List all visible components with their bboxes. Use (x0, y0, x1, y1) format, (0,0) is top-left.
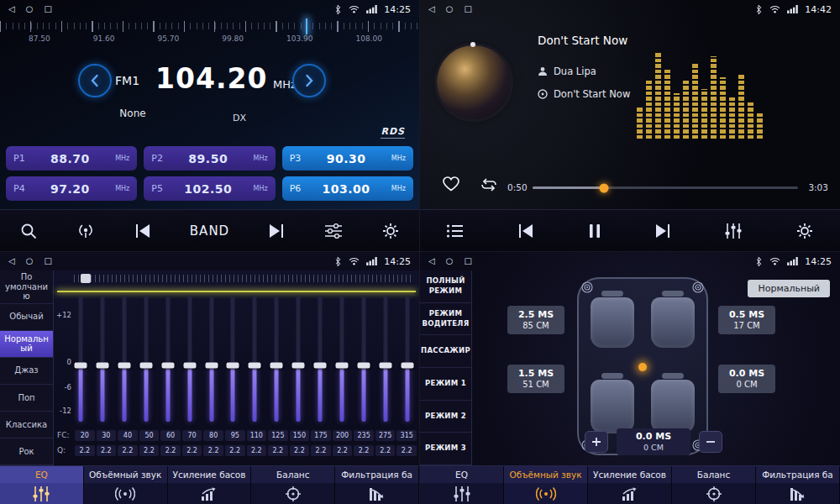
eq-slider-handle[interactable] (357, 362, 370, 368)
home-icon[interactable]: ○ (26, 5, 34, 13)
back-icon[interactable]: ◁ (8, 257, 15, 265)
distance-box-front-right[interactable]: 0.5 MS 17 CM (718, 306, 775, 334)
preset-p4-button[interactable]: P497.20MHz (6, 176, 137, 201)
eq-slider-handle[interactable] (75, 362, 87, 368)
recents-icon[interactable]: □ (44, 257, 51, 265)
listening-position-dot[interactable] (638, 363, 647, 371)
pause-button[interactable] (588, 223, 601, 239)
home-icon[interactable]: ○ (446, 5, 454, 13)
tab-filter[interactable]: Фильтрация ба (756, 466, 840, 504)
settings-button[interactable] (381, 222, 400, 240)
eq-slider-handle[interactable] (401, 362, 413, 368)
eq-band-slider[interactable] (291, 296, 305, 422)
distance-box-rear-right[interactable]: 0.0 MS 0 CM (718, 365, 775, 393)
rear-left-seat[interactable] (591, 380, 634, 433)
eq-band-slider[interactable] (401, 296, 414, 422)
eq-slider-handle[interactable] (118, 362, 130, 368)
tab-balance[interactable]: Баланс (672, 466, 756, 504)
recents-icon[interactable]: □ (464, 5, 471, 13)
tab-balance[interactable]: Баланс (251, 466, 335, 504)
surround-mode-item[interactable]: РЕЖИМ ВОДИТЕЛЯ (420, 303, 471, 336)
tab-bass-boost[interactable]: Усиление басов (588, 466, 672, 504)
settings-button[interactable] (795, 222, 814, 240)
preset-p2-button[interactable]: P289.50MHz (144, 146, 275, 171)
driver-seat[interactable] (591, 297, 634, 348)
eq-slider-handle[interactable] (205, 362, 218, 368)
eq-band-slider[interactable] (357, 296, 370, 422)
eq-band-slider[interactable] (183, 296, 197, 422)
preset-p6-button[interactable]: P6103.00MHz (282, 176, 413, 201)
progress-handle[interactable] (600, 183, 609, 192)
eq-slider-handle[interactable] (139, 362, 152, 368)
eq-slider-handle[interactable] (336, 362, 349, 368)
next-track-button[interactable] (654, 223, 672, 239)
eq-band-slider[interactable] (248, 296, 261, 422)
band-button[interactable]: BAND (190, 223, 229, 239)
home-icon[interactable]: ○ (26, 257, 34, 265)
surround-mode-item[interactable]: ПОЛНЫЙ РЕЖИМ (420, 270, 471, 303)
equalizer-button[interactable] (724, 223, 743, 239)
previous-track-button[interactable] (517, 223, 535, 239)
favorite-button[interactable] (442, 176, 460, 192)
eq-band-slider[interactable] (270, 296, 283, 422)
eq-slider-handle[interactable] (379, 362, 391, 368)
eq-slider-handle[interactable] (314, 362, 327, 368)
dsp-broadcast-button[interactable] (76, 222, 96, 240)
tab-surround-sound[interactable]: Объёмный звук (84, 466, 168, 504)
eq-preset-item[interactable]: Нормальный (0, 331, 53, 358)
eq-band-slider[interactable] (161, 296, 175, 422)
eq-slider-handle[interactable] (161, 362, 174, 368)
preset-p3-button[interactable]: P390.30MHz (282, 146, 413, 171)
audio-settings-button[interactable] (323, 223, 344, 239)
repeat-button[interactable] (479, 176, 499, 193)
playlist-button[interactable] (446, 223, 465, 239)
eq-scroll-ruler[interactable] (74, 275, 411, 282)
seek-down-button[interactable] (78, 64, 112, 97)
eq-preset-item[interactable]: Классика (0, 412, 53, 438)
surround-mode-item[interactable]: РЕЖИМ 1 (420, 368, 471, 401)
eq-band-slider[interactable] (226, 296, 239, 422)
eq-preset-item[interactable]: Поп (0, 385, 53, 412)
recents-icon[interactable]: □ (464, 257, 471, 265)
eq-scroll-handle[interactable] (81, 274, 91, 283)
eq-band-slider[interactable] (118, 296, 131, 422)
eq-band-slider[interactable] (313, 296, 327, 422)
progress-bar[interactable] (533, 186, 798, 189)
rear-right-seat[interactable] (651, 380, 695, 433)
passenger-seat[interactable] (651, 297, 695, 348)
eq-preset-item[interactable]: По умолчанию (0, 270, 53, 304)
eq-band-slider[interactable] (379, 296, 392, 422)
eq-preset-item[interactable]: Обычай (0, 304, 53, 331)
distance-box-rear-left[interactable]: 1.5 MS 51 CM (507, 365, 564, 393)
tab-eq-sliders[interactable]: EQ (0, 466, 84, 504)
eq-slider-handle[interactable] (249, 362, 261, 368)
eq-band-slider[interactable] (335, 296, 349, 422)
eq-preset-item[interactable]: Рок (0, 438, 53, 465)
tab-surround-sound[interactable]: Объёмный звук (504, 466, 588, 504)
increase-delay-button[interactable] (585, 431, 608, 453)
distance-box-front-left[interactable]: 2.5 MS 85 CM (507, 306, 564, 334)
tab-bass-boost[interactable]: Усиление басов (168, 466, 252, 504)
tab-filter[interactable]: Фильтрация ба (335, 466, 419, 504)
seek-up-button[interactable] (292, 64, 326, 97)
tab-eq-sliders[interactable]: EQ (420, 466, 504, 504)
preset-p1-button[interactable]: P188.70MHz (6, 146, 137, 171)
surround-mode-item[interactable]: РЕЖИМ 3 (420, 433, 471, 465)
sound-preset-button[interactable]: Нормальный (748, 280, 830, 297)
scan-stations-button[interactable] (19, 222, 38, 240)
eq-band-slider[interactable] (205, 296, 218, 422)
preset-p5-button[interactable]: P5102.50MHz (144, 176, 275, 201)
recents-icon[interactable]: □ (44, 5, 51, 13)
eq-slider-handle[interactable] (96, 362, 108, 368)
eq-slider-handle[interactable] (227, 362, 239, 368)
eq-band-slider[interactable] (74, 296, 87, 422)
frequency-ruler[interactable] (0, 21, 419, 32)
eq-preset-item[interactable]: Джаз (0, 358, 53, 385)
surround-mode-item[interactable]: ПАССАЖИР (420, 335, 471, 368)
back-icon[interactable]: ◁ (428, 257, 435, 265)
decrease-delay-button[interactable] (699, 431, 722, 453)
eq-band-slider[interactable] (96, 296, 109, 422)
eq-slider-handle[interactable] (270, 362, 283, 368)
eq-slider-handle[interactable] (292, 362, 305, 368)
back-icon[interactable]: ◁ (428, 5, 435, 13)
